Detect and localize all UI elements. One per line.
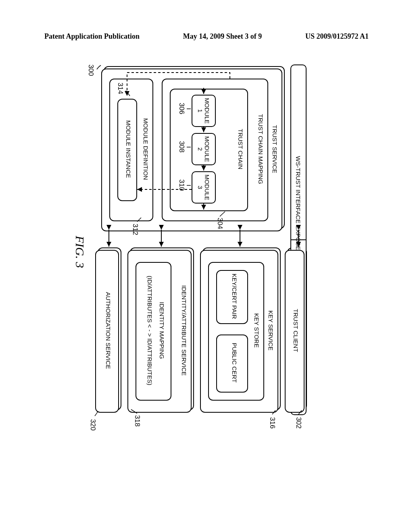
key-service-label: KEY SERVICE	[267, 254, 274, 407]
module-3-box: MODULE 3	[192, 171, 216, 204]
authorization-service-label: AUTHORIZATION SERVICE	[105, 254, 112, 407]
trust-chain-mapping-label: TRUST CHAIN MAPPING	[257, 83, 264, 216]
figure-caption: FIG. 3	[73, 236, 87, 268]
page-header: Patent Application Publication May 14, 2…	[0, 32, 413, 41]
key-store-label: KEY STORE	[253, 266, 260, 395]
ref-300: 300	[87, 64, 95, 76]
module-2-label: MODULE 2	[197, 135, 211, 163]
ref-304: 304	[216, 218, 224, 229]
header-left: Patent Application Publication	[44, 32, 140, 41]
ref-312: 312	[131, 224, 139, 235]
identity-mapping-box	[136, 262, 171, 401]
ref-314: 314	[116, 83, 124, 94]
public-cert-label: PUBLIC CERT	[231, 337, 238, 389]
trust-client-label: TRUST CLIENT	[292, 254, 299, 407]
trust-service-label: TRUST SERVICE	[271, 73, 278, 226]
identity-service-label: IDENTITY/ATTRIBUTE SERVICE	[181, 254, 188, 407]
module-1-box: MODULE 1	[192, 95, 216, 127]
ref-302: 302	[294, 417, 302, 428]
ref-306: 306	[177, 103, 186, 114]
ref-308: 308	[177, 141, 186, 152]
ref-310: 310	[177, 179, 186, 191]
ref-320: 320	[89, 419, 97, 430]
header-center: May 14, 2009 Sheet 3 of 9	[183, 32, 262, 41]
module-definition-label: MODULE DEFINITION	[142, 83, 149, 216]
module-1-label: MODULE 1	[197, 97, 211, 125]
module-instance-label: MODULE INSTANCE	[125, 103, 132, 195]
figure-3-diagram: WS-TRUST INTERFACE EXPOSED AS WSDL AND J…	[48, 60, 311, 443]
module-2-box: MODULE 2	[192, 133, 216, 165]
keycert-pair-label: KEY/CERT PAIR	[231, 272, 238, 320]
header-right: US 2009/0125972 A1	[305, 32, 369, 41]
ref-318: 318	[133, 415, 141, 426]
ref-316: 316	[268, 417, 276, 428]
module-3-label: MODULE 3	[197, 174, 211, 201]
identity-mapping-l2: (ID/ATTRIBUTES < - > ID/ATTRIBUTES)	[146, 266, 153, 395]
trust-chain-label: TRUST CHAIN	[237, 93, 244, 206]
identity-mapping-l1: IDENTITY MAPPING	[159, 266, 165, 395]
